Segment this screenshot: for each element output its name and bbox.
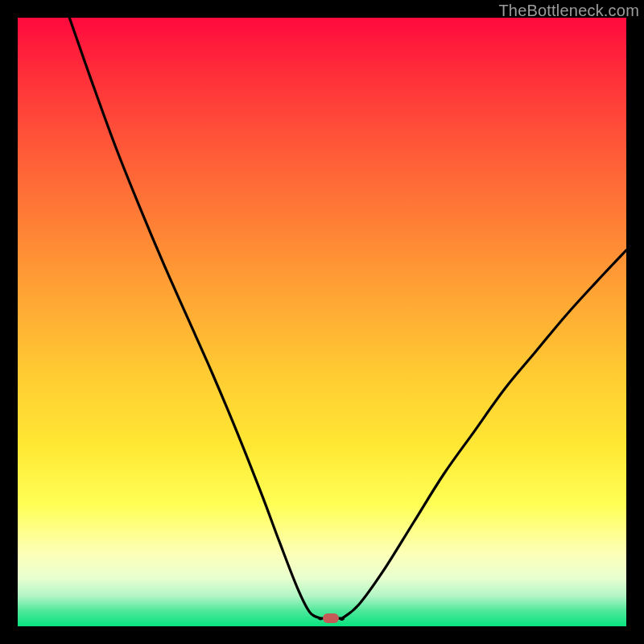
- watermark-text: TheBottleneck.com: [498, 2, 639, 20]
- chart-stage: TheBottleneck.com: [0, 0, 644, 644]
- curve-layer: [18, 18, 626, 626]
- curve-path: [69, 18, 626, 620]
- trough-marker: [323, 613, 339, 623]
- plot-area: [18, 18, 626, 626]
